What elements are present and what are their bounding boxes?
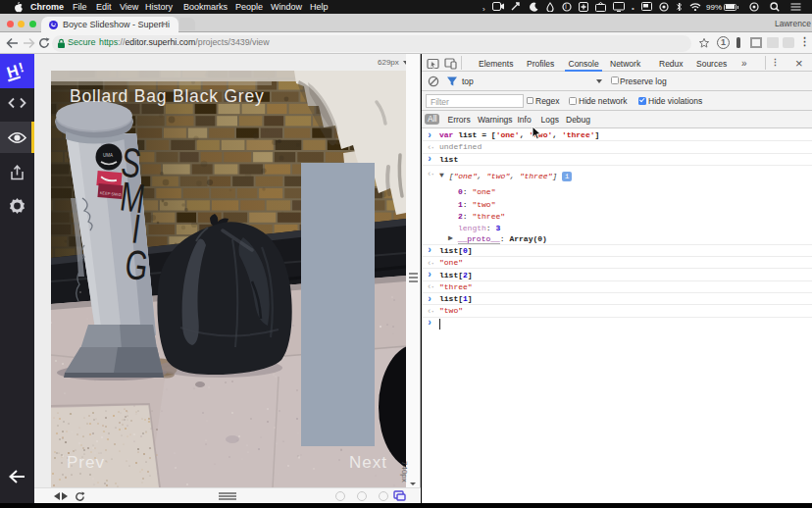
svg-text:Bollard Bag Black Grey: Bollard Bag Black Grey [70, 86, 265, 106]
svg-text:i: i [565, 3, 566, 10]
svg-text:Prev: Prev [67, 453, 105, 472]
svg-text:Next: Next [349, 453, 387, 472]
svg-text:UMA: UMA [103, 153, 113, 158]
